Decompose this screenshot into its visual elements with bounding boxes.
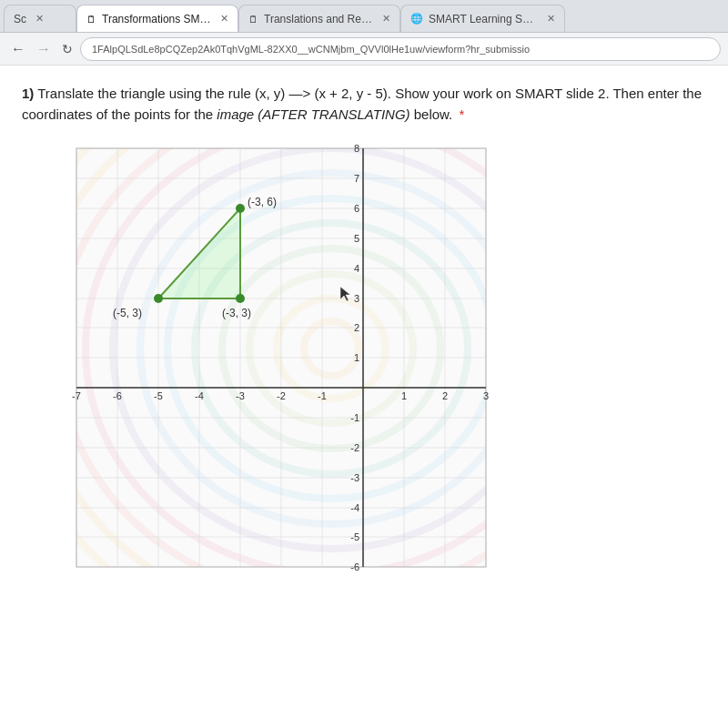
- tab-transformations-close[interactable]: ✕: [220, 13, 228, 25]
- x-label-2: 2: [442, 390, 448, 401]
- x-label-neg2: -2: [277, 390, 286, 401]
- tab-transformations-icon: 🗒: [86, 14, 96, 25]
- question-text: 1) Translate the triangle using the rule…: [22, 84, 706, 125]
- label-neg5-3: (-5, 3): [113, 307, 142, 319]
- y-label-7: 7: [354, 173, 359, 184]
- page-content: 1) Translate the triangle using the rule…: [0, 66, 728, 728]
- y-label-neg1: -1: [350, 412, 359, 423]
- y-label-6: 6: [354, 203, 359, 214]
- y-label-neg5: -5: [350, 531, 359, 542]
- tab-bar: Sc ✕ 🗒 Transformations SMART ✕ 🗒 Transla…: [0, 0, 728, 33]
- y-label-3: 3: [354, 293, 359, 304]
- tab-sc[interactable]: Sc ✕: [4, 5, 76, 32]
- x-label-neg6: -6: [113, 390, 122, 401]
- reload-button[interactable]: ↻: [58, 42, 76, 56]
- y-label-2: 2: [354, 322, 359, 333]
- tab-transformations-label: Transformations SMART: [102, 13, 211, 25]
- x-label-neg5: -5: [154, 390, 163, 401]
- tab-smart[interactable]: 🌐 SMART Learning Suite O… ✕: [400, 5, 565, 32]
- tab-translations-close[interactable]: ✕: [382, 13, 390, 25]
- x-label-3: 3: [483, 390, 489, 401]
- vertex-neg5-3: [154, 294, 163, 303]
- tab-translations[interactable]: 🗒 Translations and Reflec… ✕: [238, 5, 400, 32]
- nav-row: ← → ↻ 1FAlpQLSdLe8pCQZep2Ak0TqhVgML-82XX…: [0, 33, 728, 66]
- y-label-1: 1: [354, 352, 359, 363]
- tab-sc-close[interactable]: ✕: [35, 13, 44, 25]
- url-text: 1FAlpQLSdLe8pCQZep2Ak0TqhVgML-82XX0__wCN…: [92, 44, 530, 55]
- tab-transformations[interactable]: 🗒 Transformations SMART ✕: [76, 5, 238, 32]
- y-label-neg2: -2: [350, 442, 359, 453]
- label-neg3-6: (-3, 6): [248, 196, 277, 208]
- question-number: 1): [22, 86, 34, 101]
- graph-wrapper: -7 -6 -5 -4 -3 -2 -1 1 2 3 8 7 6 5 4 3: [22, 139, 504, 612]
- y-label-4: 4: [354, 263, 359, 274]
- coordinate-graph: -7 -6 -5 -4 -3 -2 -1 1 2 3 8 7 6 5 4 3: [22, 139, 504, 612]
- y-label-8: 8: [354, 143, 359, 154]
- x-label-neg4: -4: [195, 390, 204, 401]
- address-bar[interactable]: 1FAlpQLSdLe8pCQZep2Ak0TqhVgML-82XX0__wCN…: [80, 37, 721, 61]
- tab-translations-label: Translations and Reflec…: [264, 13, 373, 25]
- required-star: *: [459, 106, 464, 122]
- tab-smart-label: SMART Learning Suite O…: [429, 13, 538, 25]
- back-button[interactable]: ←: [7, 41, 29, 57]
- y-label-neg4: -4: [350, 502, 359, 513]
- y-label-5: 5: [354, 233, 359, 244]
- tab-sc-label: Sc: [14, 13, 26, 25]
- x-label-neg3: -3: [236, 390, 245, 401]
- label-neg3-3: (-3, 3): [222, 307, 251, 319]
- tab-smart-close[interactable]: ✕: [547, 13, 555, 25]
- forward-button[interactable]: →: [33, 41, 55, 57]
- y-label-neg6: -6: [350, 561, 359, 572]
- y-label-neg3: -3: [350, 472, 359, 483]
- x-label-neg7: -7: [72, 390, 81, 401]
- vertex-neg3-3: [236, 294, 245, 303]
- vertex-neg3-6: [236, 204, 245, 213]
- x-label-neg1: -1: [318, 390, 327, 401]
- tab-smart-icon: 🌐: [410, 13, 423, 25]
- tab-translations-icon: 🗒: [248, 14, 258, 25]
- x-label-1: 1: [401, 390, 407, 401]
